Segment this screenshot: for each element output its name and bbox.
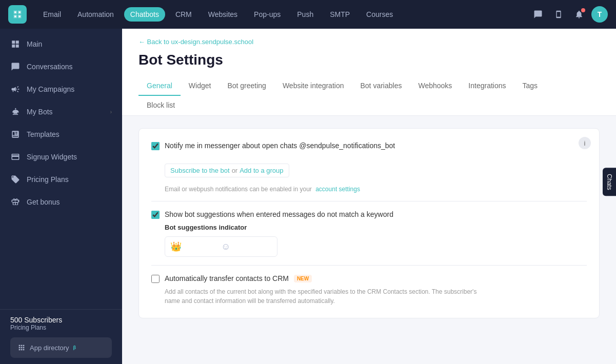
sidebar-label-get-bonus: Get bonus <box>27 198 60 206</box>
app-directory-button[interactable]: App directoryβ <box>10 337 112 358</box>
tab-bot-variables[interactable]: Bot variables <box>352 76 410 96</box>
new-badge: NEW <box>294 275 312 282</box>
bot-suggestions-heading: Bot suggestions indicator <box>165 224 587 231</box>
subscribe-to-bot-link[interactable]: Subscribe to the bot <box>170 167 230 174</box>
sidebar-nav: Main Conversations My Campaigns <box>0 29 122 309</box>
subscribe-link-box: Subscribe to the bot or Add to a group <box>165 164 289 177</box>
emoji-value: 👑 <box>170 241 221 252</box>
sidebar-item-campaigns[interactable]: My Campaigns <box>0 78 122 100</box>
pricing-info[interactable]: 500 Subscribers Pricing Plans <box>10 316 112 331</box>
app-directory-label: App directory <box>30 344 69 352</box>
sidebar-item-templates[interactable]: Templates <box>0 123 122 146</box>
emoji-input[interactable]: 👑 ☺ <box>165 236 277 257</box>
or-text: or <box>232 167 238 174</box>
sidebar-label-my-bots: My Bots <box>27 108 53 116</box>
crm-checkbox-row: Automatically transfer contacts to CRM N… <box>151 274 587 284</box>
user-avatar[interactable]: T <box>591 6 608 23</box>
tabs-row1: General Widget Bot greeting Website inte… <box>138 76 600 96</box>
tab-blocklist[interactable]: Block list <box>138 96 183 115</box>
tab-website-integration[interactable]: Website integration <box>274 76 352 96</box>
nav-popups[interactable]: Pop-ups <box>248 7 287 22</box>
page-title: Bot Settings <box>138 52 600 68</box>
nav-crm[interactable]: CRM <box>169 7 198 22</box>
content-area: ← Back to ux-design.sendpulse.school Bot… <box>122 29 616 364</box>
sidebar-label-templates: Templates <box>27 130 59 138</box>
divider-2 <box>151 265 587 266</box>
tab-webhooks[interactable]: Webhooks <box>410 76 460 96</box>
plan-label: Pricing Plans <box>10 324 112 331</box>
gift-icon <box>10 197 21 207</box>
notify-checkbox-row: Notify me in messenger about open chats … <box>151 141 587 151</box>
sidebar: Main Conversations My Campaigns <box>0 29 122 364</box>
tab-widget[interactable]: Widget <box>181 76 220 96</box>
nav-chatbots[interactable]: Chatbots <box>124 7 165 22</box>
settings-card: i Notify me in messenger about open chat… <box>138 128 600 318</box>
sidebar-item-my-bots[interactable]: My Bots › <box>0 100 122 123</box>
nav-email[interactable]: Email <box>37 7 67 22</box>
megaphone-icon <box>10 84 21 94</box>
mobile-icon[interactable] <box>550 6 567 23</box>
crm-label: Automatically transfer contacts to CRM N… <box>165 274 312 284</box>
notification-sub-text: Email or webpush notifications can be en… <box>165 186 587 193</box>
account-settings-link[interactable]: account settings <box>315 186 360 193</box>
sidebar-item-pricing-plans[interactable]: Pricing Plans <box>0 168 122 191</box>
sidebar-label-conversations: Conversations <box>27 63 73 71</box>
tab-integrations[interactable]: Integrations <box>460 76 514 96</box>
app-directory-icon <box>17 343 26 352</box>
sidebar-footer: 500 Subscribers Pricing Plans App direct… <box>0 309 122 364</box>
notifications-icon[interactable] <box>571 6 587 23</box>
content-header: ← Back to ux-design.sendpulse.school Bot… <box>122 29 616 116</box>
crm-description: Add all contacts of the current bot alon… <box>165 287 493 306</box>
notify-checkbox[interactable] <box>151 142 160 150</box>
nav-courses[interactable]: Courses <box>360 7 399 22</box>
show-suggestions-row: Show bot suggestions when entered messag… <box>151 210 587 220</box>
sidebar-item-conversations[interactable]: Conversations <box>0 55 122 78</box>
sidebar-item-get-bonus[interactable]: Get bonus <box>0 191 122 213</box>
emoji-picker-icon[interactable]: ☺ <box>221 241 272 252</box>
chat-bubble-icon <box>10 62 21 72</box>
beta-badge: β <box>73 345 76 350</box>
chat-icon[interactable] <box>530 6 546 23</box>
sidebar-label-campaigns: My Campaigns <box>27 85 74 93</box>
logo[interactable] <box>8 5 27 24</box>
chats-side-tab[interactable]: Chats <box>603 168 616 196</box>
back-link[interactable]: ← Back to ux-design.sendpulse.school <box>138 38 253 46</box>
template-icon <box>10 129 21 139</box>
nav-push[interactable]: Push <box>291 7 320 22</box>
grid-icon <box>10 39 21 49</box>
tag-icon <box>10 174 21 185</box>
sidebar-label-signup-widgets: Signup Widgets <box>27 153 77 161</box>
nav-automation[interactable]: Automation <box>71 7 120 22</box>
tabs-row2: Block list <box>138 96 600 115</box>
subscribers-count: 500 Subscribers <box>10 316 112 324</box>
tab-tags[interactable]: Tags <box>514 76 546 96</box>
tab-bot-greeting[interactable]: Bot greeting <box>219 76 274 96</box>
sidebar-item-signup-widgets[interactable]: Signup Widgets <box>0 146 122 168</box>
tab-general[interactable]: General <box>138 76 181 96</box>
crm-checkbox[interactable] <box>151 275 160 283</box>
chevron-right-icon: › <box>110 109 112 115</box>
top-nav: Email Automation Chatbots CRM Websites P… <box>0 0 616 29</box>
info-icon[interactable]: i <box>579 137 591 149</box>
divider-1 <box>151 201 587 201</box>
widget-icon <box>10 152 21 162</box>
content-body: i Notify me in messenger about open chat… <box>122 116 616 364</box>
bot-icon <box>10 107 21 117</box>
sidebar-label-main: Main <box>27 40 42 48</box>
sidebar-label-pricing: Pricing Plans <box>27 175 69 184</box>
show-suggestions-label: Show bot suggestions when entered messag… <box>165 210 393 220</box>
add-to-group-link[interactable]: Add to a group <box>240 167 283 174</box>
sidebar-item-main[interactable]: Main <box>0 33 122 55</box>
show-suggestions-checkbox[interactable] <box>151 211 160 219</box>
notify-label: Notify me in messenger about open chats … <box>165 141 395 151</box>
nav-websites[interactable]: Websites <box>202 7 244 22</box>
nav-smtp[interactable]: SMTP <box>324 7 356 22</box>
